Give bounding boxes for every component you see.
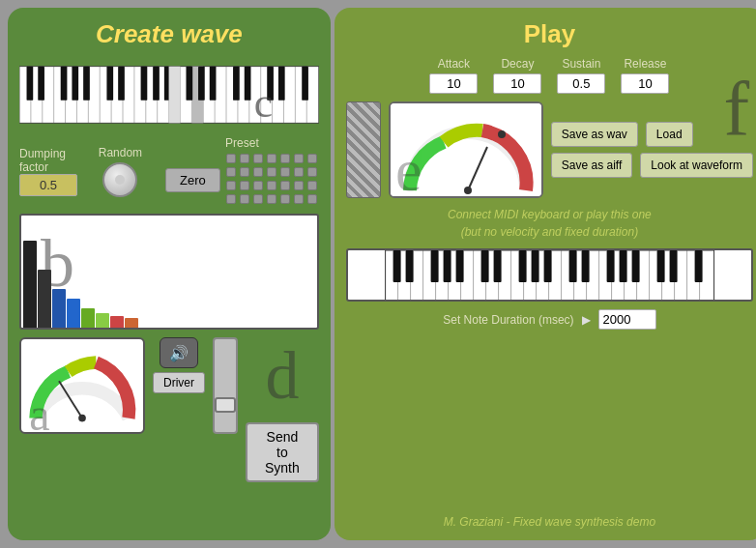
svg-rect-89	[531, 250, 538, 282]
sustain-input[interactable]	[557, 73, 605, 94]
svg-rect-30	[83, 67, 90, 101]
svg-rect-36	[169, 67, 181, 124]
preset-grid	[226, 154, 319, 206]
svg-rect-90	[543, 250, 551, 282]
svg-rect-81	[393, 250, 400, 282]
piano-keyboard-top[interactable]: /* white keys */	[19, 61, 319, 129]
bar-6	[96, 313, 109, 328]
svg-point-48	[78, 415, 86, 422]
adsr-release: Release	[621, 57, 669, 94]
meter-e-box: e	[389, 101, 543, 198]
main-container: Create wave /* white keys */	[0, 0, 756, 548]
svg-rect-26	[27, 67, 34, 101]
svg-rect-28	[61, 67, 68, 101]
zero-button[interactable]: Zero	[165, 168, 220, 192]
attack-label: Attack	[438, 57, 470, 71]
svg-rect-86	[480, 250, 488, 282]
d-label: d	[265, 337, 299, 415]
piano-svg-left: /* white keys */	[19, 61, 319, 129]
driver-button[interactable]: Driver	[153, 372, 205, 393]
bottom-area: a 🔊 Driver d Send to Synth	[19, 337, 319, 482]
meter-arc-svg: a	[21, 339, 143, 432]
vertical-slider[interactable]	[213, 337, 238, 434]
adsr-row: Attack Decay Sustain Release	[346, 57, 753, 94]
random-group: Random	[99, 146, 142, 197]
attack-input[interactable]	[429, 73, 478, 94]
svg-text:e: e	[395, 137, 422, 198]
note-duration-label: Set Note Duration (msec)	[443, 313, 573, 327]
svg-rect-44	[278, 67, 285, 101]
svg-rect-33	[141, 67, 148, 101]
svg-rect-92	[581, 250, 589, 282]
footer-text: M. Graziani - Fixed wave synthesis demo	[346, 515, 753, 529]
svg-rect-88	[518, 250, 526, 282]
random-label: Random	[99, 146, 142, 159]
svg-rect-94	[619, 250, 626, 282]
left-title: Create wave	[19, 19, 319, 49]
midi-line-2: (but no velocity and fixed duration)	[346, 223, 753, 241]
svg-text:c: c	[254, 79, 273, 126]
slider-thumb	[215, 397, 236, 413]
note-duration-input[interactable]	[598, 309, 656, 330]
look-waveform-button[interactable]: Look at waveform	[640, 153, 753, 178]
svg-rect-83	[430, 250, 438, 282]
midi-line-1: Connect MIDI keyboard or play this one	[346, 206, 753, 223]
striped-box	[346, 101, 381, 198]
svg-rect-91	[568, 250, 576, 282]
svg-rect-98	[694, 250, 702, 282]
piano-svg-right	[348, 250, 751, 302]
bar-4	[67, 299, 80, 328]
save-wav-button[interactable]: Save as wav	[551, 122, 638, 147]
send-synth-button[interactable]: Send to Synth	[246, 422, 319, 482]
random-knob-inner	[115, 175, 125, 185]
waveform-bars	[21, 216, 140, 328]
note-duration-row: Set Note Duration (msec) ▶	[346, 309, 753, 330]
f-label: f	[723, 66, 749, 154]
bar-3	[52, 289, 66, 328]
svg-rect-39	[198, 67, 205, 101]
bar-8	[125, 318, 138, 328]
svg-rect-93	[606, 250, 614, 282]
speaker-button[interactable]: 🔊	[160, 337, 198, 368]
decay-input[interactable]	[493, 73, 541, 94]
bar-5	[81, 308, 95, 328]
svg-rect-95	[631, 250, 639, 282]
driver-area: 🔊 Driver	[153, 337, 205, 482]
controls-row: Dumping factor 0.5 Random Preset Zero	[19, 136, 319, 206]
svg-rect-97	[669, 250, 677, 282]
adsr-attack: Attack	[429, 57, 478, 94]
bar-2	[38, 270, 51, 328]
save-aiff-button[interactable]: Save as aiff	[551, 153, 632, 178]
preset-label: Preset	[225, 136, 259, 150]
piano-keyboard-right[interactable]	[346, 248, 753, 302]
dumping-group: Dumping factor 0.5	[19, 147, 87, 196]
btn-row-2: Save as aiff Look at waveform	[551, 153, 753, 178]
svg-rect-29	[72, 67, 78, 101]
bar-1	[23, 241, 37, 328]
svg-rect-38	[186, 67, 192, 101]
svg-rect-34	[153, 67, 160, 101]
load-button[interactable]: Load	[646, 122, 693, 147]
svg-rect-45	[302, 67, 308, 101]
svg-rect-40	[210, 67, 217, 101]
meter-buttons-row: e Save as wav Load Save as aiff Look at …	[346, 101, 753, 198]
adsr-decay: Decay	[493, 57, 541, 94]
decay-label: Decay	[501, 57, 534, 71]
right-panel: Play f Attack Decay Sustain Release	[334, 8, 756, 540]
svg-rect-85	[455, 250, 463, 282]
release-input[interactable]	[621, 73, 669, 94]
svg-rect-96	[656, 250, 664, 282]
svg-rect-87	[493, 250, 501, 282]
svg-point-53	[498, 130, 506, 138]
svg-rect-41	[233, 67, 240, 101]
random-knob[interactable]	[102, 162, 137, 197]
svg-rect-84	[443, 250, 451, 282]
meter-box-a: a	[19, 337, 145, 434]
dumping-value[interactable]: 0.5	[19, 174, 77, 196]
arrow-icon: ▶	[582, 313, 591, 327]
synth-area: d Send to Synth	[246, 337, 319, 482]
svg-point-52	[464, 187, 472, 194]
svg-text:a: a	[29, 389, 49, 432]
left-panel: Create wave /* white keys */	[8, 8, 331, 540]
svg-rect-82	[405, 250, 413, 282]
